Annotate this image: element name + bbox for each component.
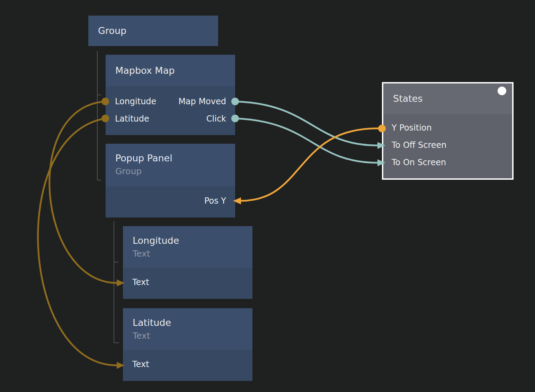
connection-map-moved-to-off-screen[interactable]: [231, 98, 385, 149]
port-latitude-text[interactable]: Text: [123, 359, 149, 369]
port-to-off-screen[interactable]: To Off Screen: [383, 140, 446, 150]
node-longitude-title: Longitude: [123, 234, 252, 248]
node-latitude-subtitle: Text: [123, 330, 252, 342]
port-click[interactable]: Click: [206, 114, 235, 124]
connection-y-position-to-pos-y[interactable]: [233, 125, 386, 204]
patch-editor-canvas[interactable]: Group Mapbox Map Longitude Map Moved Lat…: [0, 0, 535, 392]
node-states[interactable]: States Y Position To Off Screen To On Sc…: [382, 82, 514, 180]
connections-layer: [0, 0, 535, 392]
tree-line-popup-children: [114, 221, 119, 343]
node-latitude-title: Latitude: [123, 316, 252, 330]
node-states-title: States: [383, 83, 512, 114]
port-map-moved[interactable]: Map Moved: [178, 97, 235, 106]
connection-click-to-on-screen[interactable]: [231, 115, 385, 166]
node-group[interactable]: Group: [88, 16, 218, 46]
node-longitude-subtitle: Text: [123, 248, 252, 260]
node-mapbox-title: Mapbox Map: [106, 55, 235, 86]
tree-line-group-children: [97, 51, 101, 180]
node-popup-title: Popup Panel: [106, 151, 235, 165]
wire: [241, 128, 382, 201]
port-to-on-screen[interactable]: To On Screen: [383, 158, 446, 167]
port-longitude[interactable]: Longitude: [106, 97, 156, 106]
node-group-title: Group: [88, 16, 218, 46]
node-latitude-text[interactable]: Latitude Text Text: [123, 308, 252, 381]
port-longitude-text[interactable]: Text: [123, 277, 149, 287]
node-mapbox-map[interactable]: Mapbox Map Longitude Map Moved Latitude …: [106, 55, 235, 135]
wire: [235, 101, 378, 145]
port-pos-y[interactable]: Pos Y: [204, 196, 235, 206]
node-longitude-text[interactable]: Longitude Text Text: [123, 226, 252, 299]
node-popup-subtitle: Group: [106, 165, 235, 178]
selection-indicator-dot: [498, 87, 506, 95]
node-popup-panel[interactable]: Popup Panel Group Pos Y: [106, 144, 235, 217]
port-latitude[interactable]: Latitude: [106, 114, 149, 124]
port-y-position[interactable]: Y Position: [383, 123, 432, 133]
wire: [235, 118, 378, 163]
